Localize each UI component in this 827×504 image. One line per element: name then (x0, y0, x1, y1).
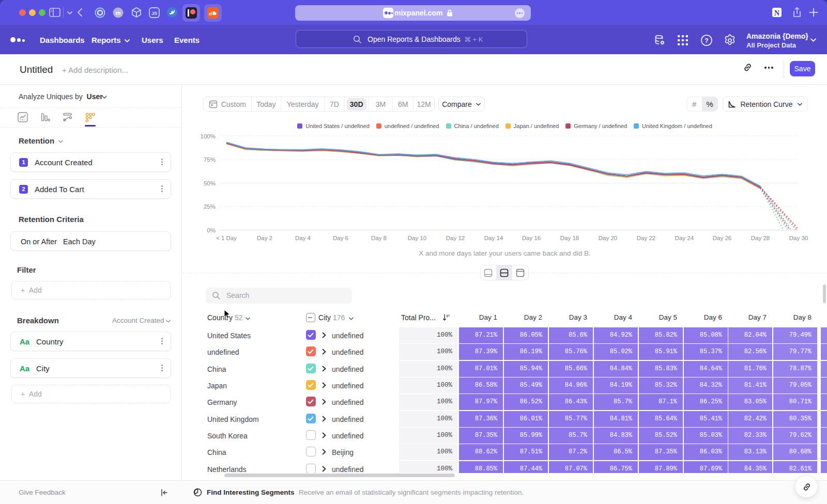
svg-text:50%: 50% (204, 180, 216, 186)
svg-text:JS: JS (151, 11, 157, 16)
svg-text:0%: 0% (207, 227, 216, 233)
svg-text:N: N (774, 9, 779, 17)
svg-text:m: m (116, 10, 121, 16)
svg-text:25%: 25% (204, 203, 216, 210)
svg-text:75%: 75% (204, 156, 216, 163)
svg-text:100%: 100% (201, 133, 216, 139)
svg-text:?: ? (705, 37, 708, 44)
